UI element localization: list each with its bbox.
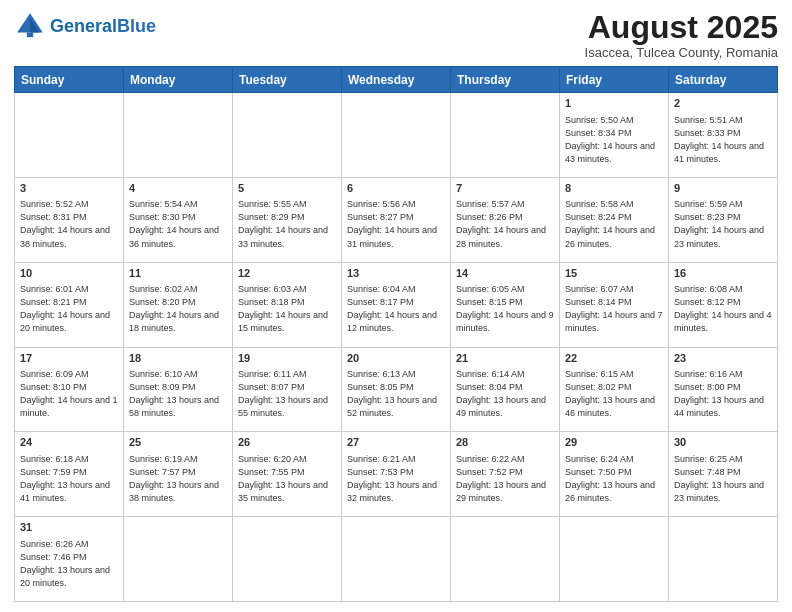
day-info: Sunrise: 6:19 AM Sunset: 7:57 PM Dayligh… xyxy=(129,453,227,505)
calendar-cell: 14Sunrise: 6:05 AM Sunset: 8:15 PM Dayli… xyxy=(451,262,560,347)
day-info: Sunrise: 6:22 AM Sunset: 7:52 PM Dayligh… xyxy=(456,453,554,505)
calendar-cell: 1Sunrise: 5:50 AM Sunset: 8:34 PM Daylig… xyxy=(560,93,669,178)
calendar-cell: 9Sunrise: 5:59 AM Sunset: 8:23 PM Daylig… xyxy=(669,177,778,262)
calendar-cell: 29Sunrise: 6:24 AM Sunset: 7:50 PM Dayli… xyxy=(560,432,669,517)
calendar-cell: 16Sunrise: 6:08 AM Sunset: 8:12 PM Dayli… xyxy=(669,262,778,347)
calendar-cell xyxy=(233,93,342,178)
calendar-day-header: Friday xyxy=(560,67,669,93)
day-info: Sunrise: 5:57 AM Sunset: 8:26 PM Dayligh… xyxy=(456,198,554,250)
day-number: 13 xyxy=(347,266,445,281)
calendar-cell: 27Sunrise: 6:21 AM Sunset: 7:53 PM Dayli… xyxy=(342,432,451,517)
day-info: Sunrise: 5:50 AM Sunset: 8:34 PM Dayligh… xyxy=(565,114,663,166)
day-number: 15 xyxy=(565,266,663,281)
calendar-cell: 25Sunrise: 6:19 AM Sunset: 7:57 PM Dayli… xyxy=(124,432,233,517)
day-info: Sunrise: 6:13 AM Sunset: 8:05 PM Dayligh… xyxy=(347,368,445,420)
day-info: Sunrise: 6:03 AM Sunset: 8:18 PM Dayligh… xyxy=(238,283,336,335)
day-info: Sunrise: 5:51 AM Sunset: 8:33 PM Dayligh… xyxy=(674,114,772,166)
location-subtitle: Isaccea, Tulcea County, Romania xyxy=(585,45,778,60)
day-number: 4 xyxy=(129,181,227,196)
day-info: Sunrise: 6:01 AM Sunset: 8:21 PM Dayligh… xyxy=(20,283,118,335)
day-info: Sunrise: 6:24 AM Sunset: 7:50 PM Dayligh… xyxy=(565,453,663,505)
day-info: Sunrise: 6:18 AM Sunset: 7:59 PM Dayligh… xyxy=(20,453,118,505)
day-info: Sunrise: 5:56 AM Sunset: 8:27 PM Dayligh… xyxy=(347,198,445,250)
calendar-cell: 22Sunrise: 6:15 AM Sunset: 8:02 PM Dayli… xyxy=(560,347,669,432)
day-number: 6 xyxy=(347,181,445,196)
calendar-cell: 6Sunrise: 5:56 AM Sunset: 8:27 PM Daylig… xyxy=(342,177,451,262)
calendar-cell xyxy=(669,517,778,602)
day-info: Sunrise: 6:02 AM Sunset: 8:20 PM Dayligh… xyxy=(129,283,227,335)
calendar-cell xyxy=(342,93,451,178)
calendar-cell: 23Sunrise: 6:16 AM Sunset: 8:00 PM Dayli… xyxy=(669,347,778,432)
day-number: 11 xyxy=(129,266,227,281)
calendar-cell: 3Sunrise: 5:52 AM Sunset: 8:31 PM Daylig… xyxy=(15,177,124,262)
day-number: 29 xyxy=(565,435,663,450)
day-number: 23 xyxy=(674,351,772,366)
calendar-cell: 11Sunrise: 6:02 AM Sunset: 8:20 PM Dayli… xyxy=(124,262,233,347)
day-number: 18 xyxy=(129,351,227,366)
day-number: 27 xyxy=(347,435,445,450)
calendar-cell: 8Sunrise: 5:58 AM Sunset: 8:24 PM Daylig… xyxy=(560,177,669,262)
calendar-cell: 24Sunrise: 6:18 AM Sunset: 7:59 PM Dayli… xyxy=(15,432,124,517)
calendar-cell xyxy=(451,93,560,178)
calendar-cell: 4Sunrise: 5:54 AM Sunset: 8:30 PM Daylig… xyxy=(124,177,233,262)
day-number: 16 xyxy=(674,266,772,281)
calendar-day-header: Tuesday xyxy=(233,67,342,93)
day-info: Sunrise: 6:11 AM Sunset: 8:07 PM Dayligh… xyxy=(238,368,336,420)
day-info: Sunrise: 6:15 AM Sunset: 8:02 PM Dayligh… xyxy=(565,368,663,420)
calendar-day-header: Saturday xyxy=(669,67,778,93)
calendar-cell: 21Sunrise: 6:14 AM Sunset: 8:04 PM Dayli… xyxy=(451,347,560,432)
title-area: August 2025 Isaccea, Tulcea County, Roma… xyxy=(585,10,778,60)
calendar-cell: 28Sunrise: 6:22 AM Sunset: 7:52 PM Dayli… xyxy=(451,432,560,517)
day-number: 8 xyxy=(565,181,663,196)
day-info: Sunrise: 6:20 AM Sunset: 7:55 PM Dayligh… xyxy=(238,453,336,505)
day-info: Sunrise: 6:05 AM Sunset: 8:15 PM Dayligh… xyxy=(456,283,554,335)
day-info: Sunrise: 5:58 AM Sunset: 8:24 PM Dayligh… xyxy=(565,198,663,250)
day-info: Sunrise: 5:52 AM Sunset: 8:31 PM Dayligh… xyxy=(20,198,118,250)
calendar-header-row: SundayMondayTuesdayWednesdayThursdayFrid… xyxy=(15,67,778,93)
calendar-cell: 12Sunrise: 6:03 AM Sunset: 8:18 PM Dayli… xyxy=(233,262,342,347)
calendar-cell: 10Sunrise: 6:01 AM Sunset: 8:21 PM Dayli… xyxy=(15,262,124,347)
day-number: 25 xyxy=(129,435,227,450)
calendar-cell: 31Sunrise: 6:26 AM Sunset: 7:46 PM Dayli… xyxy=(15,517,124,602)
calendar-week-row: 17Sunrise: 6:09 AM Sunset: 8:10 PM Dayli… xyxy=(15,347,778,432)
month-title: August 2025 xyxy=(585,10,778,45)
calendar-cell xyxy=(15,93,124,178)
calendar-cell: 2Sunrise: 5:51 AM Sunset: 8:33 PM Daylig… xyxy=(669,93,778,178)
calendar-cell xyxy=(124,517,233,602)
logo-icon xyxy=(14,10,46,42)
day-info: Sunrise: 6:14 AM Sunset: 8:04 PM Dayligh… xyxy=(456,368,554,420)
calendar-day-header: Sunday xyxy=(15,67,124,93)
day-number: 3 xyxy=(20,181,118,196)
day-number: 24 xyxy=(20,435,118,450)
logo-text: GeneralBlue xyxy=(50,17,156,35)
calendar-cell xyxy=(560,517,669,602)
calendar-cell: 30Sunrise: 6:25 AM Sunset: 7:48 PM Dayli… xyxy=(669,432,778,517)
day-info: Sunrise: 5:54 AM Sunset: 8:30 PM Dayligh… xyxy=(129,198,227,250)
day-number: 22 xyxy=(565,351,663,366)
day-number: 30 xyxy=(674,435,772,450)
logo-blue: Blue xyxy=(117,16,156,36)
calendar-cell: 20Sunrise: 6:13 AM Sunset: 8:05 PM Dayli… xyxy=(342,347,451,432)
calendar-week-row: 31Sunrise: 6:26 AM Sunset: 7:46 PM Dayli… xyxy=(15,517,778,602)
day-number: 10 xyxy=(20,266,118,281)
day-number: 12 xyxy=(238,266,336,281)
calendar-week-row: 1Sunrise: 5:50 AM Sunset: 8:34 PM Daylig… xyxy=(15,93,778,178)
day-number: 21 xyxy=(456,351,554,366)
calendar-cell xyxy=(124,93,233,178)
calendar-table: SundayMondayTuesdayWednesdayThursdayFrid… xyxy=(14,66,778,602)
day-number: 9 xyxy=(674,181,772,196)
day-number: 28 xyxy=(456,435,554,450)
day-number: 2 xyxy=(674,96,772,111)
calendar-cell: 26Sunrise: 6:20 AM Sunset: 7:55 PM Dayli… xyxy=(233,432,342,517)
page: GeneralBlue August 2025 Isaccea, Tulcea … xyxy=(0,0,792,612)
day-info: Sunrise: 5:59 AM Sunset: 8:23 PM Dayligh… xyxy=(674,198,772,250)
calendar-cell: 5Sunrise: 5:55 AM Sunset: 8:29 PM Daylig… xyxy=(233,177,342,262)
header: GeneralBlue August 2025 Isaccea, Tulcea … xyxy=(14,10,778,60)
day-number: 7 xyxy=(456,181,554,196)
calendar-week-row: 3Sunrise: 5:52 AM Sunset: 8:31 PM Daylig… xyxy=(15,177,778,262)
day-info: Sunrise: 5:55 AM Sunset: 8:29 PM Dayligh… xyxy=(238,198,336,250)
logo: GeneralBlue xyxy=(14,10,156,42)
day-info: Sunrise: 6:21 AM Sunset: 7:53 PM Dayligh… xyxy=(347,453,445,505)
day-number: 31 xyxy=(20,520,118,535)
calendar-cell xyxy=(342,517,451,602)
